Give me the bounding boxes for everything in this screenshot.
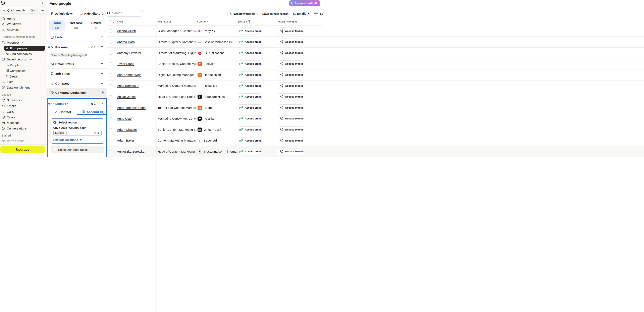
svg-text:TRUST LUNA: TRUST LUNA: [198, 153, 202, 154]
svg-text:spielwarenmesse: spielwarenmesse: [198, 43, 202, 43]
svg-text:+B: +B: [198, 106, 201, 109]
svg-text:press: press: [198, 130, 201, 131]
svg-text:H: H: [199, 74, 201, 76]
svg-text:RELIAS: RELIAS: [198, 86, 202, 86]
svg-text:b: b: [199, 140, 200, 142]
svg-text:PR: PR: [200, 30, 201, 31]
svg-text:iC: iC: [199, 52, 200, 54]
